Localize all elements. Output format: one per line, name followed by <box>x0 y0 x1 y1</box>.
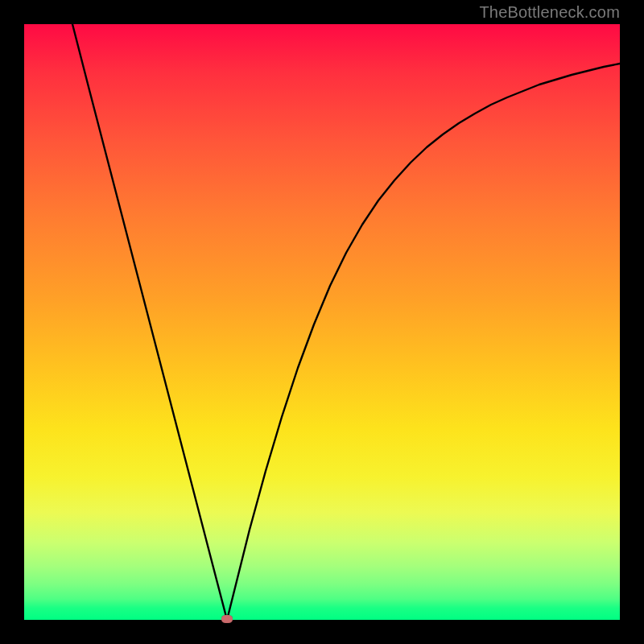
watermark-text: TheBottleneck.com <box>479 3 620 22</box>
optimal-point-marker <box>221 615 233 623</box>
curve-path <box>72 24 620 620</box>
chart-frame: TheBottleneck.com <box>0 0 644 644</box>
plot-area <box>24 24 620 620</box>
bottleneck-curve <box>24 24 620 620</box>
